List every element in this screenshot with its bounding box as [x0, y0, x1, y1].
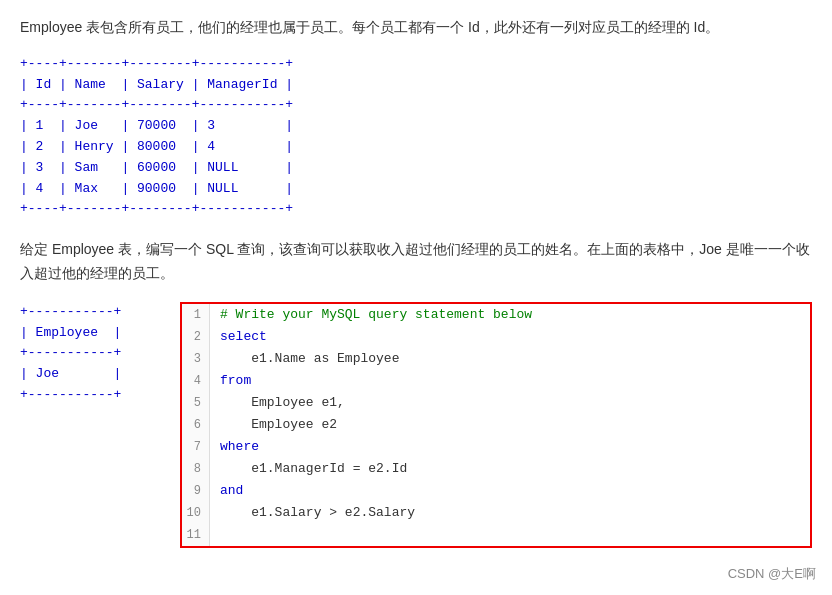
- line-content: from: [210, 370, 251, 392]
- line-number: 11: [182, 524, 210, 546]
- code-line: 8 e1.ManagerId = e2.Id: [182, 458, 810, 480]
- line-number: 4: [182, 370, 210, 392]
- bottom-section: +-----------+ | Employee | +-----------+…: [20, 302, 812, 548]
- code-line: 3 e1.Name as Employee: [182, 348, 810, 370]
- watermark: CSDN @大E啊: [728, 565, 816, 583]
- desc-text: 给定 Employee 表，编写一个 SQL 查询，该查询可以获取收入超过他们经…: [20, 241, 810, 281]
- line-number: 3: [182, 348, 210, 370]
- line-number: 1: [182, 304, 210, 326]
- line-content: Employee e1,: [210, 392, 345, 414]
- code-line: 10 e1.Salary > e2.Salary: [182, 502, 810, 524]
- token-ident: e1.Name as Employee: [251, 351, 399, 366]
- token-kw: select: [220, 329, 267, 344]
- desc-paragraph: 给定 Employee 表，编写一个 SQL 查询，该查询可以获取收入超过他们经…: [20, 238, 812, 286]
- main-table-ascii: +----+-------+--------+-----------+ | Id…: [20, 54, 812, 220]
- code-line: 2select: [182, 326, 810, 348]
- intro-paragraph: Employee 表包含所有员工，他们的经理也属于员工。每个员工都有一个 Id，…: [20, 16, 812, 40]
- token-ident: Employee e1,: [251, 395, 345, 410]
- line-number: 2: [182, 326, 210, 348]
- result-table-ascii: +-----------+ | Employee | +-----------+…: [20, 302, 150, 406]
- line-content: e1.Name as Employee: [210, 348, 399, 370]
- token-indent: [220, 505, 251, 520]
- token-indent: [220, 395, 251, 410]
- code-line: 4from: [182, 370, 810, 392]
- token-indent: [220, 461, 251, 476]
- line-content: # Write your MySQL query statement below: [210, 304, 532, 326]
- line-number: 6: [182, 414, 210, 436]
- code-line: 9and: [182, 480, 810, 502]
- line-content: e1.Salary > e2.Salary: [210, 502, 415, 524]
- code-line: 7where: [182, 436, 810, 458]
- token-comment: # Write your MySQL query statement below: [220, 307, 532, 322]
- line-content: where: [210, 436, 259, 458]
- token-kw: from: [220, 373, 251, 388]
- line-content: Employee e2: [210, 414, 337, 436]
- token-indent: [220, 351, 251, 366]
- code-line: 6 Employee e2: [182, 414, 810, 436]
- token-kw: where: [220, 439, 259, 454]
- line-content: e1.ManagerId = e2.Id: [210, 458, 407, 480]
- line-content: and: [210, 480, 243, 502]
- code-editor: 1# Write your MySQL query statement belo…: [180, 302, 812, 548]
- code-line: 11: [182, 524, 810, 546]
- token-ident: e1.ManagerId = e2.Id: [251, 461, 407, 476]
- line-number: 5: [182, 392, 210, 414]
- intro-text: Employee 表包含所有员工，他们的经理也属于员工。每个员工都有一个 Id，…: [20, 19, 719, 35]
- line-number: 10: [182, 502, 210, 524]
- line-number: 7: [182, 436, 210, 458]
- line-number: 9: [182, 480, 210, 502]
- line-number: 8: [182, 458, 210, 480]
- token-kw: and: [220, 483, 243, 498]
- code-line: 5 Employee e1,: [182, 392, 810, 414]
- token-ident: Employee e2: [251, 417, 337, 432]
- code-line: 1# Write your MySQL query statement belo…: [182, 304, 810, 326]
- line-content: select: [210, 326, 267, 348]
- token-indent: [220, 417, 251, 432]
- token-ident: e1.Salary > e2.Salary: [251, 505, 415, 520]
